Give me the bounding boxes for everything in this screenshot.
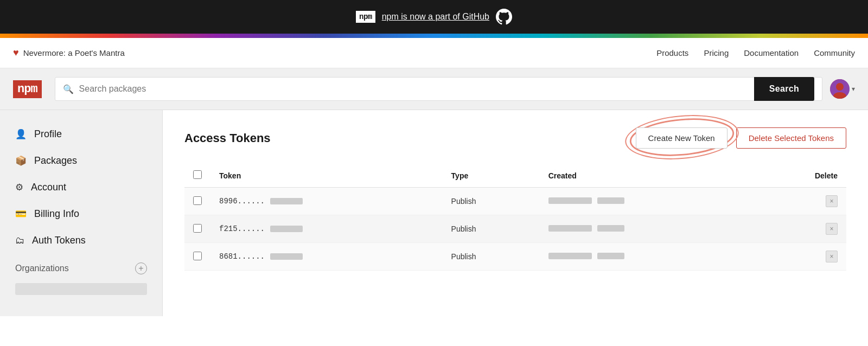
- package-icon: 📦: [15, 155, 27, 166]
- row3-created: [540, 243, 754, 271]
- sidebar-label-auth-tokens: Auth Tokens: [32, 235, 86, 246]
- site-label-wrap: ♥ Nevermore: a Poet's Mantra: [13, 47, 125, 59]
- table-row: 8681...... Publish ×: [184, 243, 846, 271]
- top-nav: ♥ Nevermore: a Poet's Mantra Products Pr…: [0, 38, 868, 68]
- rainbow-bar: [0, 34, 868, 38]
- row2-token-partial: f215......: [219, 225, 265, 233]
- row2-checkbox[interactable]: [193, 224, 202, 233]
- row2-date-blurred2: [597, 225, 624, 232]
- top-nav-links: Products Pricing Documentation Community: [656, 48, 855, 57]
- row2-delete-cell: ×: [754, 215, 846, 243]
- sidebar-label-profile: Profile: [34, 129, 62, 140]
- row2-date-blurred: [548, 225, 592, 232]
- table-header-checkbox: [184, 164, 210, 188]
- row2-token: f215......: [210, 215, 443, 243]
- row3-checkbox[interactable]: [193, 252, 202, 260]
- npm-logo-banner: npm: [356, 11, 375, 23]
- search-glass-icon: 🔍: [63, 84, 74, 94]
- row1-checkbox[interactable]: [193, 196, 202, 205]
- sidebar-label-account: Account: [31, 182, 66, 193]
- table-header-type: Type: [443, 164, 540, 188]
- content-header: Access Tokens Create New Token Delete Se…: [184, 127, 846, 149]
- row1-token: 8996......: [210, 188, 443, 215]
- person-icon: 👤: [15, 129, 27, 140]
- row3-checkbox-cell: [184, 243, 210, 271]
- search-button[interactable]: Search: [754, 77, 814, 101]
- table-header-created: Created: [540, 164, 754, 188]
- select-all-checkbox[interactable]: [193, 170, 202, 179]
- row1-type: Publish: [443, 188, 540, 215]
- heart-icon: ♥: [13, 47, 19, 59]
- row1-date-blurred2: [597, 197, 624, 204]
- table-header-delete: Delete: [754, 164, 846, 188]
- organizations-section: Organizations +: [0, 254, 162, 279]
- add-organization-button[interactable]: +: [135, 262, 147, 274]
- sidebar-item-packages[interactable]: 📦 Packages: [0, 148, 162, 174]
- row1-token-blurred: [270, 198, 303, 204]
- table-header-row: Token Type Created Delete: [184, 164, 846, 188]
- npm-logo-main: npm: [13, 80, 42, 98]
- top-banner: npm npm is now a part of GitHub: [0, 0, 868, 34]
- row1-checkbox-cell: [184, 188, 210, 215]
- row3-delete-button[interactable]: ×: [826, 251, 838, 262]
- page-title: Access Tokens: [184, 131, 271, 145]
- header-actions: Create New Token Delete Selected Tokens: [636, 127, 846, 149]
- card-icon: 💳: [15, 208, 27, 220]
- plus-icon: +: [138, 264, 143, 273]
- row2-delete-button[interactable]: ×: [826, 223, 838, 235]
- avatar-caret-icon: ▾: [852, 85, 855, 93]
- table-header-token: Token: [210, 164, 443, 188]
- sidebar-label-billing: Billing Info: [34, 208, 79, 220]
- banner-text[interactable]: npm is now a part of GitHub: [382, 12, 489, 22]
- svg-point-1: [836, 83, 844, 91]
- nav-link-documentation[interactable]: Documentation: [744, 48, 799, 57]
- row1-created: [540, 188, 754, 215]
- sidebar-item-account[interactable]: ⚙ Account: [0, 174, 162, 201]
- main-layout: 👤 Profile 📦 Packages ⚙ Account 💳 Billing…: [0, 110, 868, 316]
- org-placeholder: [15, 283, 147, 295]
- sidebar-item-profile[interactable]: 👤 Profile: [0, 121, 162, 148]
- row3-delete-cell: ×: [754, 243, 846, 271]
- nav-link-community[interactable]: Community: [814, 48, 855, 57]
- avatar: [830, 79, 850, 99]
- sidebar-item-billing[interactable]: 💳 Billing Info: [0, 201, 162, 227]
- table-row: f215...... Publish ×: [184, 215, 846, 243]
- table-row: 8996...... Publish ×: [184, 188, 846, 215]
- row3-type: Publish: [443, 243, 540, 271]
- stack-icon: 🗂: [15, 235, 24, 246]
- site-label: Nevermore: a Poet's Mantra: [23, 48, 125, 57]
- content-area: Access Tokens Create New Token Delete Se…: [163, 110, 868, 316]
- sidebar-label-packages: Packages: [34, 155, 77, 166]
- row1-delete-button[interactable]: ×: [826, 195, 838, 207]
- row2-token-blurred: [270, 226, 303, 232]
- row1-token-partial: 8996......: [219, 197, 265, 206]
- delete-selected-tokens-button[interactable]: Delete Selected Tokens: [736, 127, 846, 149]
- sidebar-item-auth-tokens[interactable]: 🗂 Auth Tokens: [0, 227, 162, 254]
- row2-checkbox-cell: [184, 215, 210, 243]
- gear-icon: ⚙: [15, 182, 23, 193]
- search-input[interactable]: [79, 84, 754, 94]
- nav-link-products[interactable]: Products: [656, 48, 688, 57]
- avatar-wrap[interactable]: ▾: [830, 79, 855, 99]
- row3-date-blurred: [548, 253, 592, 259]
- sidebar: 👤 Profile 📦 Packages ⚙ Account 💳 Billing…: [0, 110, 163, 316]
- github-logo-icon: [496, 9, 512, 25]
- search-input-wrap: 🔍 Search: [55, 77, 822, 101]
- nav-link-pricing[interactable]: Pricing: [704, 48, 729, 57]
- row1-date-blurred: [548, 197, 592, 204]
- row3-token-blurred: [270, 253, 303, 260]
- organizations-label: Organizations: [15, 264, 69, 273]
- row1-delete-cell: ×: [754, 188, 846, 215]
- search-row: npm 🔍 Search ▾: [0, 68, 868, 110]
- row2-created: [540, 215, 754, 243]
- row3-date-blurred2: [597, 253, 624, 259]
- row3-token: 8681......: [210, 243, 443, 271]
- row3-token-partial: 8681......: [219, 252, 265, 261]
- tokens-table: Token Type Created Delete 8996......: [184, 164, 846, 271]
- row2-type: Publish: [443, 215, 540, 243]
- create-new-token-button[interactable]: Create New Token: [636, 127, 727, 149]
